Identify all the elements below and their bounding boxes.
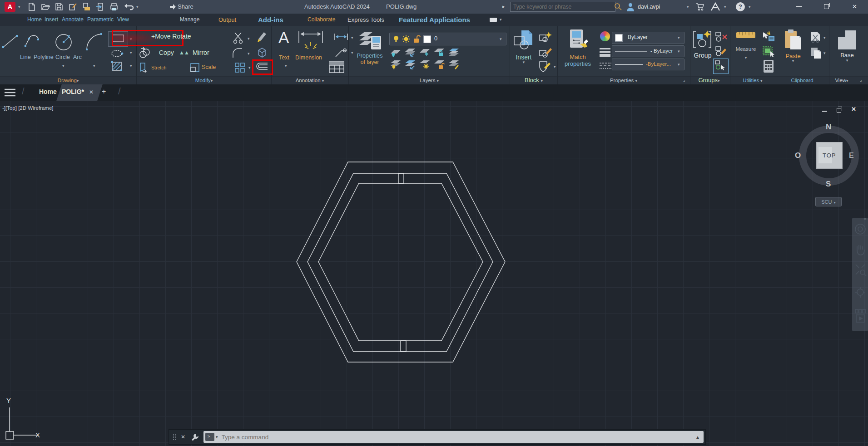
drawing-panel-label[interactable]: Drawing▾ <box>41 76 95 84</box>
table-icon[interactable] <box>329 61 344 73</box>
hexagon-outer[interactable] <box>297 162 505 362</box>
tab-collaborate[interactable]: Collaborate <box>308 14 335 26</box>
viewcube-west[interactable]: O <box>795 151 801 160</box>
copy-clip-caret-icon[interactable]: ▾ <box>823 51 826 55</box>
lineweight-dropdown[interactable]: - ByLayer ▾ <box>612 45 684 57</box>
notch-top[interactable] <box>398 173 404 183</box>
layer-make-current-icon[interactable] <box>404 48 416 57</box>
stretch-icon[interactable] <box>139 62 149 73</box>
ribbon-collapse-icon[interactable] <box>490 18 497 22</box>
hexagon-inner[interactable] <box>318 183 483 341</box>
stretch-button[interactable]: Stretch <box>151 65 166 70</box>
arc-tool-label[interactable]: Arc <box>73 54 82 60</box>
viewcube-east[interactable]: E <box>849 152 854 160</box>
hatch-flyout-caret-icon[interactable]: ▾ <box>130 64 132 68</box>
annotation-panel-label[interactable]: Annotation ▾ <box>283 76 337 84</box>
layer-color-swatch[interactable] <box>423 35 431 43</box>
scale-icon[interactable] <box>190 63 200 73</box>
dimension-flyout-caret-icon[interactable]: ▾ <box>351 36 353 40</box>
command-grip-icon[interactable] <box>173 433 176 441</box>
viewcube-face[interactable]: TOP <box>816 142 843 169</box>
layer-states-icon[interactable] <box>448 48 460 57</box>
properties-panel-label[interactable]: Properties ▾ <box>596 76 651 84</box>
layer-dropdown-caret-icon[interactable]: ▾ <box>500 37 502 41</box>
new-drawing-tab-button[interactable]: + <box>102 88 106 96</box>
orbit-icon[interactable] <box>854 286 866 299</box>
leader-flyout-caret-icon[interactable]: ▾ <box>351 51 353 55</box>
signed-in-user[interactable]: davi.avpi <box>638 0 660 14</box>
cut-caret-icon[interactable]: ▾ <box>823 36 826 40</box>
pan-hand-icon[interactable] <box>855 243 866 256</box>
lineweight-icon[interactable] <box>600 48 610 56</box>
open-file-icon[interactable] <box>41 2 50 11</box>
block-panel-label[interactable]: Block ▾ <box>506 76 561 84</box>
new-file-icon[interactable] <box>27 2 36 11</box>
circle-tool-icon[interactable] <box>54 31 74 52</box>
layer-properties-button[interactable]: Properties of layer <box>353 29 386 71</box>
file-tab-home[interactable]: Home <box>39 88 57 95</box>
menu-hamburger-icon[interactable] <box>5 88 15 97</box>
command-history-caret-icon[interactable]: ▾ <box>216 435 218 439</box>
hexagon-middle[interactable] <box>308 173 493 352</box>
layer-walk-icon[interactable] <box>448 59 460 69</box>
tab-insert[interactable]: Insert <box>45 14 58 26</box>
save-web-mobile-icon[interactable] <box>95 2 104 11</box>
text-tool-icon[interactable]: A <box>278 29 289 47</box>
close-window-button[interactable]: ✕ <box>852 0 857 14</box>
layer-isolate-icon[interactable] <box>390 59 402 69</box>
move-button[interactable]: Move <box>155 33 170 40</box>
notch-bottom[interactable] <box>401 341 406 352</box>
open-web-mobile-icon[interactable] <box>82 2 91 11</box>
drawing-canvas[interactable]: -][Top] [2D Wireframe] ✕ Y X N <box>0 101 868 446</box>
layer-thaw-all-icon[interactable] <box>419 59 431 69</box>
trim-flyout-caret-icon[interactable]: ▾ <box>248 37 250 41</box>
color-dropdown[interactable]: ByLayer ▾ <box>612 32 684 44</box>
explode-icon[interactable] <box>257 47 268 59</box>
text-flyout-caret-icon[interactable]: ▾ <box>285 64 287 68</box>
command-customize-wrench-icon[interactable] <box>191 433 199 441</box>
utilities-panel-label[interactable]: Utilities ▾ <box>725 76 780 84</box>
save-as-icon[interactable] <box>68 2 77 11</box>
share-button[interactable]: Share <box>178 0 193 14</box>
copy-button[interactable]: Copy <box>159 49 174 56</box>
modify-panel-label[interactable]: Modify▾ <box>177 76 231 84</box>
group-selection-toggle[interactable] <box>713 59 729 74</box>
measure-button[interactable]: Measure ▾ <box>734 30 758 71</box>
dimension-tool-label[interactable]: Dimension <box>295 54 322 61</box>
line-tool-label[interactable]: Line <box>20 54 31 60</box>
circle-flyout-caret-icon[interactable]: ▾ <box>62 64 64 68</box>
paste-button[interactable]: Paste ▾ <box>782 29 804 72</box>
view-expand-icon[interactable]: ⌟ <box>860 77 862 82</box>
user-caret-icon[interactable]: ▾ <box>687 5 689 9</box>
autodesk-logo-icon[interactable] <box>710 2 720 11</box>
layers-panel-label[interactable]: Layers ▾ <box>402 76 456 84</box>
viewcube-south[interactable]: S <box>826 180 831 189</box>
match-properties-button[interactable]: Match properties <box>564 29 591 72</box>
dimension-tool-icon[interactable] <box>298 30 324 51</box>
circle-tool-label[interactable]: Circle <box>55 54 70 60</box>
navigation-wheel-icon[interactable] <box>854 223 866 235</box>
tab-featured-applications[interactable]: Featured Applications <box>399 14 470 26</box>
fillet-flyout-caret-icon[interactable]: ▾ <box>248 52 250 56</box>
file-tab-document[interactable]: POLIG* <box>62 88 84 95</box>
fillet-icon[interactable] <box>232 48 244 59</box>
plot-icon[interactable] <box>109 2 118 11</box>
tab-add-ins[interactable]: Add-ins <box>258 14 283 26</box>
layer-unlock-all-icon[interactable] <box>433 59 445 69</box>
quick-select-icon[interactable] <box>762 31 775 42</box>
linetype-icon[interactable] <box>600 62 611 70</box>
arc-flyout-caret-icon[interactable]: ▾ <box>93 64 95 68</box>
file-tab-close-icon[interactable]: ✕ <box>89 89 94 95</box>
mirror-button[interactable]: Mirror <box>193 49 209 56</box>
app-menu-button[interactable]: A <box>5 2 15 12</box>
base-button[interactable]: Base ▾ <box>836 29 858 71</box>
leader-icon[interactable] <box>334 48 347 58</box>
object-color-icon[interactable] <box>600 31 610 41</box>
ucs-selector[interactable]: SCU ▾ <box>815 197 842 206</box>
command-close-icon[interactable]: ✕ <box>181 434 185 440</box>
write-block-caret-icon[interactable]: ▾ <box>554 65 556 69</box>
layer-off-icon[interactable] <box>390 48 402 57</box>
ellipse-flyout-caret-icon[interactable]: ▾ <box>130 51 132 55</box>
layer-thaw-sun-icon[interactable] <box>402 35 410 43</box>
group-button[interactable]: Group <box>692 29 714 71</box>
